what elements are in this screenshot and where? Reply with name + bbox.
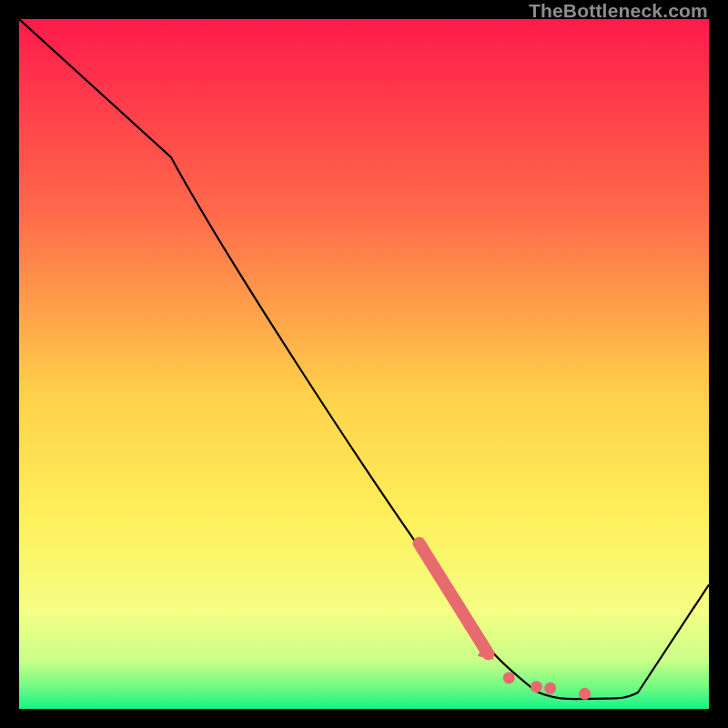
highlight-segment — [420, 543, 489, 653]
marker-dot — [503, 672, 515, 683]
watermark-text: TheBottleneck.com — [529, 0, 708, 22]
marker-dot — [531, 681, 542, 693]
marker-dot — [544, 682, 556, 694]
curve-path — [19, 19, 709, 699]
marker-dot — [579, 688, 591, 700]
chart-root: TheBottleneck.com — [0, 0, 728, 728]
bottleneck-curve — [19, 19, 709, 709]
plot-area — [19, 19, 709, 709]
